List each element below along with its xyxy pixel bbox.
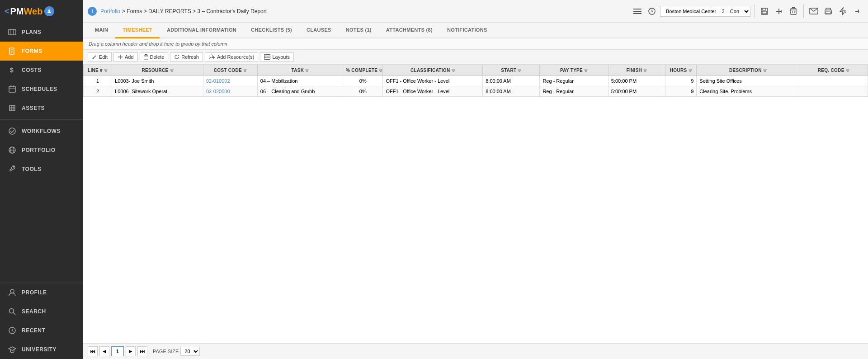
tab-timesheet[interactable]: TIMESHEET xyxy=(115,23,160,38)
col-line[interactable]: LINE # xyxy=(84,65,112,76)
svg-rect-70 xyxy=(244,71,246,72)
info-icon: i xyxy=(88,7,97,16)
sidebar-item-portfolio[interactable]: PORTFOLIO xyxy=(0,141,83,160)
more-button[interactable] xyxy=(851,5,863,18)
svg-rect-80 xyxy=(518,69,521,70)
layouts-button[interactable]: Layouts xyxy=(260,52,294,61)
svg-rect-77 xyxy=(452,69,455,70)
col-task[interactable]: TASK xyxy=(257,65,343,76)
email-button[interactable] xyxy=(807,5,820,18)
svg-rect-59 xyxy=(264,55,270,60)
sidebar-item-profile[interactable]: PROFILE xyxy=(0,283,83,302)
cell-classification: OFF1 - Office Worker - Level xyxy=(383,76,483,86)
col-hours[interactable]: HOURS xyxy=(665,65,696,76)
history-icon-button[interactable] xyxy=(646,5,658,18)
svg-line-24 xyxy=(13,312,15,315)
refresh-button[interactable]: Refresh xyxy=(170,52,203,61)
col-start[interactable]: START xyxy=(483,65,540,76)
sidebar-item-recent[interactable]: RECENT xyxy=(0,321,83,340)
first-page-button[interactable]: ⏮ xyxy=(88,346,98,356)
save-button[interactable] xyxy=(758,5,771,18)
svg-rect-63 xyxy=(104,70,107,71)
timesheet-table: LINE # RESOURCE COST CODE TASK xyxy=(83,65,868,97)
sidebar-item-workflows[interactable]: WORKFLOWS xyxy=(0,122,83,141)
grid-delete-button[interactable]: Delete xyxy=(140,52,169,61)
table-row[interactable]: 2 L0006- Sitework Operat 02-020000 06 – … xyxy=(84,86,868,97)
lightning-button[interactable] xyxy=(836,5,849,18)
svg-rect-44 xyxy=(826,12,830,14)
cost-code-link[interactable]: 02-010002 xyxy=(206,78,230,84)
col-req-code[interactable]: REQ. CODE xyxy=(799,65,868,76)
cell-req-code xyxy=(799,86,868,97)
col-complete[interactable]: % COMPLETE xyxy=(343,65,383,76)
svg-text:$: $ xyxy=(10,66,14,74)
breadcrumb: Portfolio > Forms > DAILY REPORTS > 3 – … xyxy=(100,8,627,14)
layouts-label: Layouts xyxy=(272,54,290,60)
svg-rect-97 xyxy=(847,71,849,72)
sidebar-item-costs[interactable]: $ COSTS xyxy=(0,61,83,80)
sidebar-item-forms-label: FORMS xyxy=(22,48,42,54)
topbar-icons: Boston Medical Center – 3 – Contrac xyxy=(631,5,863,18)
sidebar-item-tools[interactable]: TOOLS xyxy=(0,160,83,179)
cell-complete: 0% xyxy=(343,76,383,86)
sidebar-item-schedules[interactable]: SCHEDULES xyxy=(0,80,83,99)
svg-rect-66 xyxy=(170,70,173,71)
sidebar-nav: PLANS FORMS $ COSTS SCHEDULES xyxy=(0,23,83,283)
svg-marker-26 xyxy=(9,347,16,350)
svg-rect-33 xyxy=(762,11,767,14)
svg-rect-65 xyxy=(170,69,174,70)
col-cost-code[interactable]: COST CODE xyxy=(203,65,257,76)
sidebar-item-schedules-label: SCHEDULES xyxy=(22,86,57,92)
cell-description: Setting Site Offices xyxy=(697,76,799,86)
col-description[interactable]: DESCRIPTION xyxy=(697,65,799,76)
dollar-icon: $ xyxy=(7,65,17,75)
cell-req-code xyxy=(799,76,868,86)
sidebar-item-plans[interactable]: PLANS xyxy=(0,23,83,42)
col-classification[interactable]: CLASSIFICATION xyxy=(383,65,483,76)
add-split-button[interactable] xyxy=(773,5,785,18)
tab-attachments[interactable]: ATTACHMENTS (8) xyxy=(379,23,440,38)
sidebar-item-assets[interactable]: ASSETS xyxy=(0,99,83,118)
svg-rect-62 xyxy=(104,69,108,70)
cell-hours: 9 xyxy=(665,86,696,97)
tab-clauses[interactable]: CLAUSES xyxy=(299,23,339,38)
print-button[interactable] xyxy=(822,5,835,18)
col-finish[interactable]: FINISH xyxy=(608,65,665,76)
cell-task: 04 – Mobilization xyxy=(257,76,343,86)
page-size-select[interactable]: 20 xyxy=(180,347,200,356)
breadcrumb-portfolio[interactable]: Portfolio xyxy=(100,8,120,14)
col-resource[interactable]: RESOURCE xyxy=(112,65,203,76)
next-page-button[interactable]: ► xyxy=(126,346,136,356)
add-resource-button[interactable]: Add Resource(s) xyxy=(205,52,259,61)
project-dropdown[interactable]: Boston Medical Center – 3 – Contrac xyxy=(660,6,750,17)
svg-rect-67 xyxy=(171,71,173,72)
table-row[interactable]: 1 L0003- Joe Smith 02-010002 04 – Mobili… xyxy=(84,76,868,86)
edit-button[interactable]: Edit xyxy=(88,52,112,61)
cost-code-link[interactable]: 02-020000 xyxy=(206,89,230,94)
tab-main[interactable]: MAIN xyxy=(88,23,115,38)
cell-cost-code: 02-010002 xyxy=(203,76,257,86)
tab-checklists[interactable]: CHECKLISTS (5) xyxy=(244,23,299,38)
sidebar-item-search[interactable]: SEARCH xyxy=(0,302,83,321)
logo-arrow: < xyxy=(5,7,9,16)
menu-icon-button[interactable] xyxy=(631,5,644,18)
tab-notifications[interactable]: NOTIFICATIONS xyxy=(440,23,495,38)
delete-button[interactable] xyxy=(787,5,800,18)
cell-complete: 0% xyxy=(343,86,383,97)
svg-rect-53 xyxy=(144,55,148,59)
sidebar-item-university[interactable]: UNIVERSITY xyxy=(0,340,83,359)
prev-page-button[interactable]: ◄ xyxy=(99,346,109,356)
tab-notes[interactable]: NOTES (1) xyxy=(339,23,379,38)
content-area: Drag a column header and drop it here to… xyxy=(83,38,868,359)
svg-point-56 xyxy=(210,55,212,57)
sidebar-item-forms[interactable]: FORMS xyxy=(0,42,83,61)
svg-rect-96 xyxy=(846,70,849,71)
svg-rect-88 xyxy=(644,71,646,72)
cell-classification: OFF1 - Office Worker - Level xyxy=(383,86,483,97)
last-page-button[interactable]: ⏭ xyxy=(137,346,147,356)
grid-add-button[interactable]: Add xyxy=(113,52,138,61)
grid-delete-label: Delete xyxy=(150,54,165,60)
tab-additional-information[interactable]: ADDITIONAL INFORMATION xyxy=(160,23,244,38)
col-pay-type[interactable]: PAY TYPE xyxy=(540,65,608,76)
clock-icon xyxy=(7,326,17,335)
